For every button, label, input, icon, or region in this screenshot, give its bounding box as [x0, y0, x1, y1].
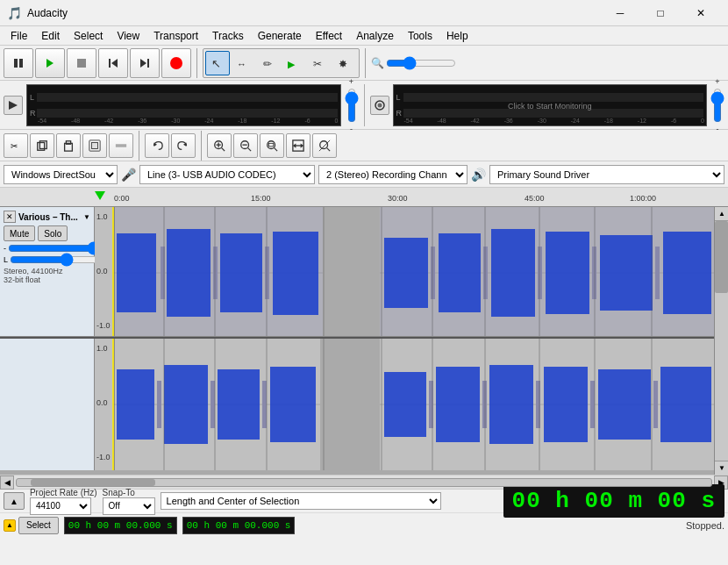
close-button[interactable]: ✕	[681, 0, 721, 26]
zoom-out-icon[interactable]: 🔍	[371, 57, 384, 69]
bottom-bar: ▲ Project Rate (Hz) 44100 Snap-To Off Le…	[0, 489, 728, 536]
menu-file[interactable]: File	[4, 28, 34, 44]
hscroll-thumb[interactable]	[31, 479, 156, 486]
track-1-close-button[interactable]: ✕	[4, 211, 16, 223]
scroll-left-button[interactable]: ◀	[0, 476, 14, 490]
timeline-ruler: 0:00 15:00 30:00 45:00 1:00:00	[0, 188, 728, 207]
selection-tool-button[interactable]: ↖	[205, 51, 230, 75]
record-button[interactable]	[161, 48, 191, 78]
trim-button[interactable]	[82, 133, 107, 158]
playback-ticks: -54 -48 -42 -36 -30 -24 -18 -12 -6 0	[38, 118, 339, 124]
snap-to-label: Snap-To	[103, 488, 155, 497]
zoom-out-button[interactable]	[233, 133, 258, 158]
envelope-tool-button[interactable]: ↔	[231, 51, 255, 75]
track-1-mute-button[interactable]: Mute	[4, 225, 35, 241]
svg-rect-89	[262, 381, 267, 428]
playback-meter-button[interactable]	[4, 96, 23, 115]
time-field-1-value: 00 h 00 m 00.000 s	[68, 520, 173, 531]
select-button-bottom[interactable]: Select	[18, 517, 59, 534]
multi-tool-button[interactable]: ✸	[332, 51, 357, 75]
output-device-select[interactable]: Primary Sound Driver	[489, 165, 724, 184]
svg-point-16	[377, 103, 382, 107]
pause-button[interactable]	[4, 48, 33, 78]
select-tracks-button[interactable]: ▲	[4, 492, 25, 510]
input-device-icon[interactable]: 🎤	[121, 168, 136, 182]
track-1-waveform[interactable]: 1.0 0.0 -1.0	[95, 207, 714, 337]
paste-button[interactable]	[56, 133, 81, 158]
svg-rect-55	[273, 232, 318, 315]
hscroll-track	[16, 478, 712, 487]
track-1-sample-rate: Stereo, 44100Hz	[4, 267, 90, 275]
zoom-in-button[interactable]	[207, 133, 232, 158]
svg-marker-14	[9, 101, 18, 110]
undo-button[interactable]	[145, 133, 169, 158]
svg-text:↔: ↔	[237, 59, 246, 69]
svg-line-33	[248, 147, 252, 151]
menu-view[interactable]: View	[110, 28, 146, 44]
track-1-header: ✕ Various – Th... ▼	[4, 211, 90, 223]
svg-text:-1.0: -1.0	[96, 453, 111, 461]
svg-rect-51	[167, 229, 211, 317]
menu-tools[interactable]: Tools	[401, 28, 439, 44]
menu-analyze[interactable]: Analyze	[349, 28, 401, 44]
track-2-waveform[interactable]: 1.0 0.0 -1.0	[95, 339, 714, 470]
zoom-project-button[interactable]	[312, 133, 337, 158]
menu-effect[interactable]: Effect	[309, 28, 349, 44]
output-device-icon[interactable]: 🔊	[471, 168, 486, 182]
playback-L-channel: L	[30, 90, 338, 104]
svg-rect-86	[164, 365, 208, 444]
svg-marker-4	[111, 59, 118, 68]
svg-rect-3	[77, 59, 86, 68]
vscroll-thumb[interactable]	[715, 221, 728, 293]
svg-rect-64	[592, 247, 596, 299]
svg-rect-23	[92, 142, 98, 148]
menu-edit[interactable]: Edit	[34, 28, 67, 44]
input-device-select[interactable]: Line (3- USB AUDIO CODEC)	[139, 165, 315, 184]
menu-transport[interactable]: Transport	[146, 28, 205, 44]
record-L-label: L	[396, 93, 403, 102]
edit-separator-2	[201, 131, 202, 161]
project-rate-select[interactable]: 44100	[30, 497, 91, 515]
playback-volume-slider[interactable]	[345, 88, 359, 123]
time-field-1[interactable]: 00 h 00 m 00.000 s	[64, 517, 177, 534]
skip-start-button[interactable]	[98, 48, 128, 78]
skip-end-button[interactable]	[130, 48, 160, 78]
stop-button[interactable]	[67, 48, 96, 78]
host-select[interactable]: Windows DirectSou	[4, 165, 118, 184]
minimize-button[interactable]: ─	[600, 0, 640, 26]
menu-tracks[interactable]: Tracks	[205, 28, 251, 44]
zoom-fit-button[interactable]	[286, 133, 310, 158]
input-channels-select[interactable]: 2 (Stereo) Recording Chann	[318, 165, 467, 184]
zoom-sel-button[interactable]	[260, 133, 284, 158]
svg-rect-58	[431, 247, 435, 299]
scroll-up-button[interactable]: ▲	[715, 207, 728, 221]
scroll-down-button[interactable]: ▼	[715, 461, 728, 475]
play-button[interactable]	[35, 48, 65, 78]
selection-format-select[interactable]: Length and Center of Selection	[161, 492, 441, 510]
draw-tool-button[interactable]: ✏	[256, 51, 281, 75]
svg-rect-114	[112, 339, 114, 470]
menu-select[interactable]: Select	[67, 28, 110, 44]
svg-marker-6	[140, 59, 146, 68]
redo-button[interactable]	[171, 133, 196, 158]
vertical-scrollbar[interactable]: ▲ ▼	[714, 207, 728, 475]
track-1-solo-button[interactable]: Solo	[38, 225, 68, 241]
timeshift-tool-button[interactable]: ✂	[307, 51, 332, 75]
time-field-2[interactable]: 00 h 00 m 00.000 s	[182, 517, 296, 534]
track-1-volume: - +	[4, 244, 90, 253]
copy-button[interactable]	[30, 133, 54, 158]
svg-rect-0	[14, 59, 18, 68]
svg-rect-52	[213, 247, 218, 299]
menu-generate[interactable]: Generate	[251, 28, 309, 44]
selection-indicator[interactable]: ▲	[4, 519, 16, 532]
menu-help[interactable]: Help	[439, 28, 475, 44]
record-meter-button[interactable]	[370, 96, 389, 115]
snap-to-select[interactable]: Off	[103, 497, 155, 515]
record-volume-slider[interactable]	[710, 88, 724, 123]
zoom-slider[interactable]	[386, 56, 456, 70]
zoom-tool-button[interactable]: ▶	[282, 51, 306, 75]
track-1-menu-icon[interactable]: ▼	[83, 213, 90, 221]
cut-button[interactable]: ✂	[4, 133, 28, 158]
silence-button[interactable]	[109, 133, 133, 158]
maximize-button[interactable]: □	[640, 0, 681, 26]
